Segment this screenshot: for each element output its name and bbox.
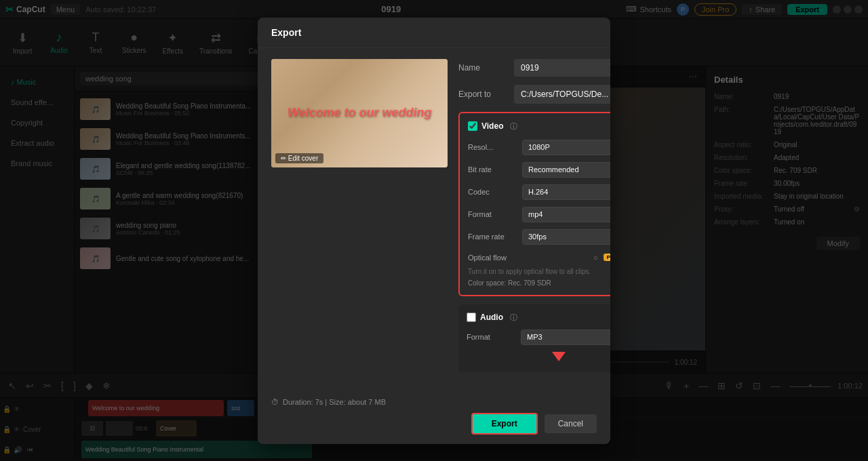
bitrate-label: Bit rate xyxy=(468,165,522,174)
resolution-select[interactable]: 1080P ▾ xyxy=(522,140,610,155)
dialog-header: Export xyxy=(258,18,610,48)
framerate-row: Frame rate 30fps ▾ xyxy=(468,229,610,245)
audio-checkbox[interactable] xyxy=(467,313,476,322)
video-info-icon: ⓘ xyxy=(510,121,517,132)
export-to-row: Export to 📁 xyxy=(458,85,610,104)
optical-flow-row: Optical flow ○ Pro xyxy=(468,252,610,264)
codec-select[interactable]: H.264 ▾ xyxy=(522,184,610,200)
name-row: Name xyxy=(458,59,610,77)
framerate-select[interactable]: 30fps ▾ xyxy=(522,229,610,245)
export-path-group: 📁 xyxy=(514,85,610,104)
audio-format-select[interactable]: MP3 ▾ xyxy=(521,329,610,345)
export-name-label: Name xyxy=(458,63,506,73)
format-row: Format mp4 ▾ xyxy=(468,207,610,222)
dialog-title: Export xyxy=(271,27,301,38)
bitrate-row: Bit rate Recommended ▾ xyxy=(468,162,610,178)
duration-icon: ⏱ xyxy=(271,398,279,406)
video-section-header: Video ⓘ xyxy=(468,121,610,132)
audio-format-row: Format MP3 ▾ xyxy=(467,329,610,345)
export-to-label: Export to xyxy=(458,89,506,99)
bitrate-select-value: Recommended xyxy=(528,165,579,174)
audio-format-label: Format xyxy=(467,333,521,341)
format-label: Format xyxy=(468,210,522,218)
codec-row: Codec H.264 ▾ xyxy=(468,184,610,200)
cancel-dialog-button[interactable]: Cancel xyxy=(545,414,597,433)
audio-section-title: Audio xyxy=(480,313,503,322)
footer-duration-info: ⏱ Duration: 7s | Size: about 7 MB xyxy=(271,398,597,406)
audio-format-value: MP3 xyxy=(527,333,542,341)
framerate-setting-label: Frame rate xyxy=(468,233,522,241)
pro-badge: Pro xyxy=(604,254,610,261)
export-path-input[interactable] xyxy=(514,85,610,104)
resolution-row: Resol... 1080P ▾ xyxy=(468,140,610,155)
video-section-title: Video xyxy=(481,121,503,131)
scroll-down-arrow xyxy=(552,352,566,361)
optical-flow-description: Turn it on to apply optical flow to all … xyxy=(468,268,610,275)
bitrate-select[interactable]: Recommended ▾ xyxy=(522,162,610,178)
scroll-indicator xyxy=(467,352,610,361)
audio-info-icon: ⓘ xyxy=(510,313,517,323)
framerate-select-value: 30fps xyxy=(528,233,547,241)
format-select-value: mp4 xyxy=(528,210,542,218)
audio-section: Audio ⓘ Format MP3 ▾ xyxy=(458,304,610,372)
preview-thumbnail: Welcome to our wedding ✏ Edit cover xyxy=(271,59,448,167)
export-dialog-button[interactable]: Export xyxy=(471,413,538,435)
edit-cover-button[interactable]: ✏ Edit cover xyxy=(275,153,323,163)
edit-icon: ✏ xyxy=(281,155,286,162)
resolution-setting-label: Resol... xyxy=(468,143,522,151)
codec-label: Codec xyxy=(468,188,522,196)
video-checkbox[interactable] xyxy=(468,121,477,131)
footer-buttons: Export Cancel xyxy=(271,413,597,435)
color-space-info: Color space: Rec. 709 SDR xyxy=(468,279,610,287)
dialog-top: Welcome to our wedding ✏ Edit cover Name xyxy=(271,59,597,380)
export-dialog: Export Welcome to our wedding ✏ Edit cov… xyxy=(258,18,610,444)
audio-header: Audio ⓘ xyxy=(467,313,610,323)
video-section: Video ⓘ Resol... 1080P ▾ Bit rate xyxy=(458,112,610,296)
dialog-body: Welcome to our wedding ✏ Edit cover Name xyxy=(258,48,610,391)
dialog-overlay: Export Welcome to our wedding ✏ Edit cov… xyxy=(0,0,868,461)
resolution-select-value: 1080P xyxy=(528,143,550,151)
preview-text: Welcome to our wedding xyxy=(288,106,432,120)
export-name-input[interactable] xyxy=(514,59,610,77)
optical-flow-label: Optical flow xyxy=(468,254,593,262)
format-select[interactable]: mp4 ▾ xyxy=(522,207,610,222)
form-fields: Name Export to 📁 Vide xyxy=(458,59,610,380)
dialog-footer: ⏱ Duration: 7s | Size: about 7 MB Export… xyxy=(258,391,610,444)
codec-select-value: H.264 xyxy=(528,188,548,196)
optical-flow-icon: ○ xyxy=(593,254,598,262)
preview-bg: Welcome to our wedding xyxy=(271,59,448,167)
